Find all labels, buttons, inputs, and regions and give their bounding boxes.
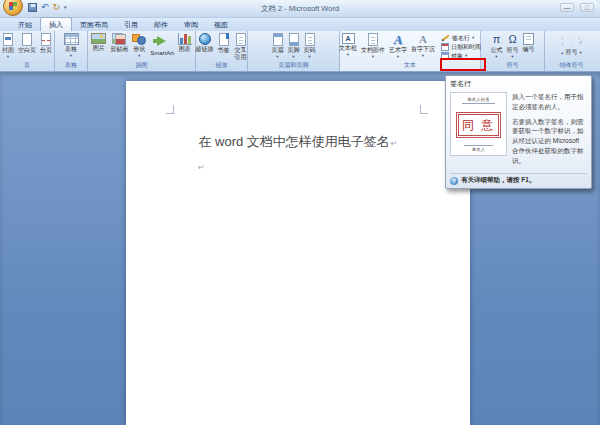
blank-page-button[interactable]: 空白页	[16, 32, 38, 54]
group-label-header-footer: 页眉和页脚	[248, 60, 339, 70]
tab-view[interactable]: 视图	[206, 18, 236, 31]
document-page[interactable]: 在 word 文档中怎样使用电子签名↵ ↵	[126, 81, 470, 425]
hyperlink-button[interactable]: 超链接	[194, 32, 216, 53]
ribbon-group-symbols: π 公式 ▾ Ω 符号 ▾ 编号 符号	[481, 31, 545, 71]
chevron-down-icon: ▾	[70, 54, 72, 59]
shapes-button[interactable]: 形状 ▾	[130, 32, 148, 58]
button-label: 首字下沉	[411, 46, 435, 53]
chevron-down-icon: ▾	[495, 55, 497, 60]
picture-icon	[91, 33, 106, 44]
button-label: 日期和时间	[451, 43, 481, 52]
chevron-down-icon: ▾	[579, 51, 581, 56]
chevron-down-icon: ▾	[422, 54, 424, 59]
chevron-down-icon: ▾	[347, 53, 349, 58]
symbol-omega-icon: Ω	[508, 33, 516, 46]
document-text: 在 word 文档中怎样使用电子签名	[198, 134, 389, 149]
wordart-button[interactable]: A 艺术字 ▾	[387, 32, 409, 59]
cross-reference-button[interactable]: 交叉引用	[232, 32, 250, 61]
approval-stamp: 同 意	[458, 114, 499, 136]
date-time-button[interactable]: 日期和时间	[439, 43, 483, 51]
group-label-special-symbols: 特殊符号	[545, 60, 598, 70]
chevron-down-icon: ▾	[372, 55, 374, 60]
number-button[interactable]: 编号	[521, 32, 537, 53]
tab-insert[interactable]: 插入	[40, 17, 72, 31]
tab-mailings[interactable]: 邮件	[146, 18, 176, 31]
signer-title-label: 签名人职务	[462, 97, 495, 104]
footer-button[interactable]: 页脚 ▾	[286, 32, 302, 59]
document-text-line[interactable]: 在 word 文档中怎样使用电子签名↵	[126, 133, 470, 151]
header-button[interactable]: 页眉 ▾	[270, 32, 286, 59]
shapes-icon	[132, 33, 146, 45]
ribbon-group-pages: 封面 ▾ 空白页 分页 页	[0, 31, 55, 71]
text-box-icon: A	[342, 33, 355, 44]
button-label: 符号	[565, 48, 577, 57]
signature-line-button[interactable]: 签名行 ▾	[439, 34, 483, 42]
ribbon-group-special-symbols: ， 、 。 ； ： ？ • 符号 ▾ 特殊符号	[545, 31, 598, 71]
hyperlink-globe-icon	[199, 33, 211, 45]
ribbon-group-tables: 表格 ▾ 表格	[55, 31, 88, 71]
cross-reference-icon	[236, 33, 246, 46]
ribbon-group-links: 超链接 书签 交叉引用 链接	[196, 31, 248, 71]
paragraph-mark-icon: ↵	[391, 139, 398, 148]
cover-page-button[interactable]: 封面 ▾	[0, 32, 16, 59]
restore-button[interactable]: □	[580, 3, 594, 12]
table-button[interactable]: 表格 ▾	[62, 32, 81, 58]
signature-pen-icon	[441, 34, 449, 41]
tab-references[interactable]: 引用	[116, 18, 146, 31]
page-break-button[interactable]: 分页	[38, 32, 54, 54]
text-box-button[interactable]: A 文本框 ▾	[337, 32, 359, 57]
special-symbol[interactable]: ：	[567, 40, 576, 46]
tab-review[interactable]: 审阅	[176, 18, 206, 31]
special-symbol[interactable]: ；	[558, 40, 567, 46]
wordart-icon: A	[394, 33, 403, 46]
ribbon: 封面 ▾ 空白页 分页 页 表格 ▾	[0, 31, 600, 72]
tab-home[interactable]: 开始	[10, 18, 40, 31]
group-label-illustrations: 插图	[88, 60, 195, 70]
clipart-icon	[112, 33, 126, 45]
chevron-down-icon: ▾	[511, 55, 513, 60]
button-label: 页眉	[272, 47, 284, 54]
help-icon: ?	[450, 177, 458, 185]
chevron-down-icon: ▾	[138, 54, 140, 59]
footer-icon	[289, 33, 299, 46]
title-bar: ↶ ↻ ▾ 文档 2 - Microsoft Word — □	[0, 0, 600, 18]
chevron-down-icon: ▾	[292, 55, 294, 60]
window-title: 文档 2 - Microsoft Word	[0, 4, 600, 14]
page-number-button[interactable]: 页码 ▾	[302, 32, 318, 59]
tooltip-title: 签名行	[450, 79, 587, 89]
smartart-button[interactable]: SmartArt	[148, 32, 176, 57]
smartart-icon	[157, 36, 166, 46]
signature-preview-image: 签名人职务 同 意 签名人	[450, 92, 507, 156]
special-symbol-button[interactable]: • 符号 ▾	[561, 48, 581, 57]
word-window: ↶ ↻ ▾ 文档 2 - Microsoft Word — □ 开始 插入 页面…	[0, 0, 600, 425]
ribbon-group-illustrations: 图片 剪贴画 形状 ▾ SmartArt 图表	[88, 31, 196, 71]
blank-page-icon	[22, 33, 32, 46]
bookmark-button[interactable]: 书签	[216, 32, 232, 54]
equation-button[interactable]: π 公式 ▾	[489, 32, 505, 59]
text-group-stack: 签名行 ▾ 日期和时间 对象 ▾	[439, 32, 483, 60]
button-label: 编号	[523, 46, 535, 53]
button-label: 交叉引用	[234, 47, 248, 61]
bullet-icon: •	[561, 50, 563, 56]
quick-parts-button[interactable]: 文档部件 ▾	[359, 32, 387, 59]
chevron-down-icon: ▾	[276, 55, 278, 60]
drop-cap-icon: A	[419, 33, 427, 45]
button-label: 艺术字	[389, 47, 407, 54]
drop-cap-button[interactable]: A 首字下沉 ▾	[409, 32, 437, 58]
tab-page-layout[interactable]: 页面布局	[72, 18, 116, 31]
special-symbols-gallery[interactable]: ， 、 。 ； ： ？	[558, 34, 585, 46]
clipart-button[interactable]: 剪贴画	[108, 32, 130, 53]
minimize-button[interactable]: —	[560, 3, 574, 12]
chart-button[interactable]: 图表	[176, 32, 194, 53]
table-icon	[64, 33, 79, 45]
ribbon-group-header-footer: 页眉 ▾ 页脚 ▾ 页码 ▾ 页眉和页脚	[248, 31, 340, 71]
special-symbol[interactable]: ？	[576, 40, 585, 46]
picture-button[interactable]: 图片	[89, 32, 108, 52]
header-icon	[273, 33, 283, 46]
button-label: 图片	[93, 45, 105, 52]
button-label: 页脚	[288, 47, 300, 54]
button-label: 封面	[2, 47, 14, 54]
calendar-clock-icon	[441, 43, 449, 51]
symbol-button[interactable]: Ω 符号 ▾	[505, 32, 521, 59]
chevron-down-icon: ▾	[472, 36, 474, 41]
